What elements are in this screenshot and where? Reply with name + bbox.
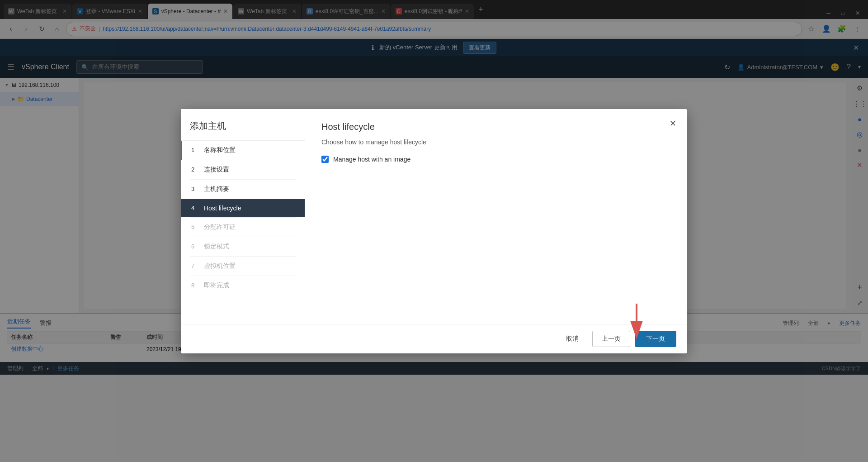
add-host-wizard: 添加主机 1 名称和位置 2 连接设置 3 主机摘要 [181, 109, 687, 353]
wizard-step-7[interactable]: 7 虚拟机位置 [181, 257, 305, 276]
wizard-sidebar: 添加主机 1 名称和位置 2 连接设置 3 主机摘要 [181, 109, 305, 324]
step-1-label: 名称和位置 [204, 146, 236, 154]
wizard-step-5[interactable]: 5 分配许可证 [181, 218, 305, 237]
step-6-label: 锁定模式 [204, 243, 229, 251]
modal-close-button[interactable]: ✕ [666, 117, 679, 130]
cancel-button[interactable]: 取消 [557, 331, 588, 347]
step-2-num: 2 [191, 166, 198, 173]
step-3-num: 3 [191, 186, 198, 192]
step-4-num: 4 [191, 205, 198, 211]
step-7-num: 7 [191, 262, 198, 269]
step-4-label: Host lifecycle [204, 205, 241, 212]
manage-host-checkbox[interactable] [321, 156, 329, 163]
manage-host-checkbox-row[interactable]: Manage host with an image [321, 156, 671, 163]
manage-host-label: Manage host with an image [333, 156, 410, 163]
step-8-label: 即将完成 [204, 281, 229, 290]
step-3-label: 主机摘要 [204, 185, 229, 193]
wizard-step-4[interactable]: 4 Host lifecycle [181, 199, 305, 217]
wizard-step-2[interactable]: 2 连接设置 [181, 160, 305, 179]
step-1-num: 1 [191, 147, 198, 153]
section-title: Host lifecycle [321, 122, 671, 132]
arrow-indicator [627, 304, 646, 329]
step-2-label: 连接设置 [204, 166, 229, 174]
modal-overlay: 添加主机 1 名称和位置 2 连接设置 3 主机摘要 [0, 0, 868, 462]
step-7-label: 虚拟机位置 [204, 262, 236, 270]
wizard-step-8[interactable]: 8 即将完成 [181, 276, 305, 295]
step-8-num: 8 [191, 282, 198, 289]
modal-footer: 取消 上一页 下一页 [181, 324, 687, 353]
wizard-step-3[interactable]: 3 主机摘要 [181, 180, 305, 199]
step-5-num: 5 [191, 224, 198, 230]
modal-content-pane: ✕ Host lifecycle Choose how to manage ho… [305, 109, 687, 324]
prev-button[interactable]: 上一页 [592, 331, 630, 347]
wizard-step-6[interactable]: 6 锁定模式 [181, 237, 305, 256]
section-subtitle: Choose how to manage host lifecycle [321, 138, 671, 146]
wizard-title: 添加主机 [181, 109, 305, 141]
wizard-step-1[interactable]: 1 名称和位置 [181, 141, 305, 160]
step-6-num: 6 [191, 243, 198, 250]
step-5-label: 分配许可证 [204, 223, 236, 231]
next-button[interactable]: 下一页 [635, 331, 676, 347]
